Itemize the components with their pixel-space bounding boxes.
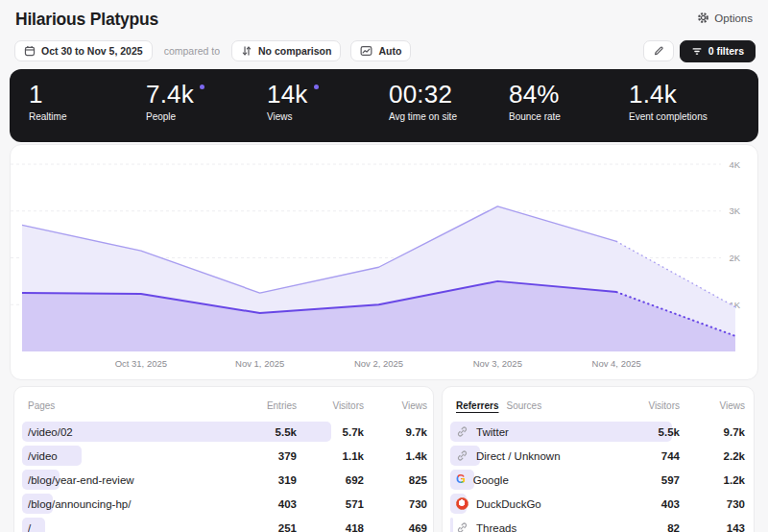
row-visitors: 403 [614,498,680,510]
row-views: 1.2k [680,474,745,486]
stat-dot-icon [314,85,319,89]
tables-section: Pages Entries Visitors Views /video/025.… [13,386,755,532]
referrers-table-header: Referrers Sources Visitors Views [450,397,747,414]
stat-value: 1 [29,80,146,109]
table-row[interactable]: /video/025.5k5.7k9.7k [22,422,429,442]
table-row[interactable]: GGoogle5971.2k [450,470,747,490]
row-views: 730 [364,498,427,510]
stat-value: 84% [509,80,629,109]
svg-text:Nov 1, 2025: Nov 1, 2025 [235,358,284,369]
pages-rows: /video/025.5k5.7k9.7k/video3791.1k1.4k/b… [22,422,429,532]
tab-referrers[interactable]: Referrers [456,400,498,411]
row-value-bar [450,518,453,532]
page-title: Hilarious Platypus [15,10,158,30]
comparison-label: No comparison [258,45,331,57]
table-row[interactable]: Threads82143 [450,518,747,532]
stat-label: Views [267,111,389,122]
row-entries: 403 [229,498,297,510]
table-row[interactable]: DuckDuckGo403730 [450,494,747,514]
row-entries: 251 [229,522,297,532]
row-label: Direct / Unknown [456,449,614,462]
stat-value: 1.4k [629,80,708,109]
comparison-button[interactable]: No comparison [231,40,341,61]
pencil-icon [653,45,664,57]
svg-text:Nov 4, 2025: Nov 4, 2025 [592,358,641,369]
row-views: 730 [680,498,745,510]
svg-text:Nov 2, 2025: Nov 2, 2025 [354,358,403,369]
date-range-label: Oct 30 to Nov 5, 2025 [41,45,143,57]
row-views: 2.2k [680,450,745,462]
row-visitors: 692 [297,474,364,486]
date-range-button[interactable]: Oct 30 to Nov 5, 2025 [14,40,153,61]
stats-bar: 1Realtime7.4kPeople14kViews00:32Avg time… [10,69,758,142]
table-row[interactable]: /blog/year-end-review319692825 [22,470,429,490]
table-row[interactable]: Twitter5.5k9.7k [450,422,747,442]
stat-views[interactable]: 14kViews [267,80,389,142]
stat-value: 7.4k [146,80,267,109]
stat-value: 00:32 [389,80,509,109]
stat-avg-time-on-site[interactable]: 00:32Avg time on site [389,80,509,142]
row-views: 9.7k [680,426,745,438]
svg-text:2K: 2K [729,253,740,263]
stat-realtime[interactable]: 1Realtime [29,80,146,142]
row-entries: 379 [229,450,297,462]
stat-event-completions[interactable]: 1.4kEvent completions [629,80,708,142]
referrers-col-views: Views [680,400,745,411]
row-visitors: 418 [297,522,364,532]
row-visitors: 597 [614,474,680,486]
chart-mode-button[interactable]: Auto [350,40,411,61]
link-icon [456,449,468,462]
pages-table-header: Pages Entries Visitors Views [22,397,429,414]
duckduckgo-icon [456,497,468,510]
row-label: DuckDuckGo [456,497,614,510]
options-button[interactable]: Options [697,12,753,24]
row-label: /blog/year-end-review [28,474,229,486]
traffic-chart-card: 1K2K3K4KOct 31, 2025Nov 1, 2025Nov 2, 20… [10,144,758,380]
stat-dot-icon [200,85,204,89]
row-visitors: 5.7k [297,426,364,438]
row-label: /blog/announcing-hp/ [28,498,229,510]
stat-value: 14k [267,80,389,109]
filters-label: 0 filters [708,45,744,57]
gear-icon [697,12,709,24]
link-icon [456,521,468,532]
referrers-card: Referrers Sources Visitors Views Twitter… [442,386,755,532]
svg-text:Oct 31, 2025: Oct 31, 2025 [115,358,167,369]
table-row[interactable]: /blog/announcing-hp/403571730 [22,494,429,514]
pages-col-views: Views [364,400,427,411]
table-row[interactable]: /251418469 [22,518,429,532]
svg-text:3K: 3K [729,206,740,216]
row-entries: 5.5k [229,426,297,438]
edit-filters-button[interactable] [643,40,674,61]
pages-col-visitors: Visitors [297,400,364,411]
row-views: 1.4k [364,450,427,462]
row-label: Twitter [456,425,614,438]
referrers-col-visitors: Visitors [614,400,680,411]
row-label: /video [28,450,229,462]
stat-label: Event completions [629,111,708,122]
page-header: Hilarious Platypus Options [0,0,768,36]
stat-label: Avg time on site [389,111,509,122]
pages-title: Pages [28,400,229,411]
svg-text:Nov 3, 2025: Nov 3, 2025 [473,358,522,369]
stat-label: People [146,111,267,122]
filter-icon [691,46,703,57]
compared-to-label: compared to [164,45,220,57]
table-row[interactable]: /video3791.1k1.4k [22,446,429,466]
referrers-rows: Twitter5.5k9.7kDirect / Unknown7442.2kGG… [450,422,747,532]
compare-arrows-icon [241,45,252,57]
stat-label: Realtime [29,111,146,122]
row-views: 825 [364,474,427,486]
link-icon [456,425,468,438]
stat-people[interactable]: 7.4kPeople [146,80,267,142]
table-row[interactable]: Direct / Unknown7442.2k [450,446,747,466]
toolbar: Oct 30 to Nov 5, 2025 compared to No com… [0,36,768,65]
chart-mode-label: Auto [378,45,401,57]
stat-bounce-rate[interactable]: 84%Bounce rate [509,80,629,142]
filters-button[interactable]: 0 filters [680,40,756,62]
row-visitors: 744 [614,450,680,462]
row-label: / [28,522,229,532]
row-views: 9.7k [364,426,427,438]
row-visitors: 82 [614,522,680,532]
tab-sources[interactable]: Sources [506,400,541,411]
